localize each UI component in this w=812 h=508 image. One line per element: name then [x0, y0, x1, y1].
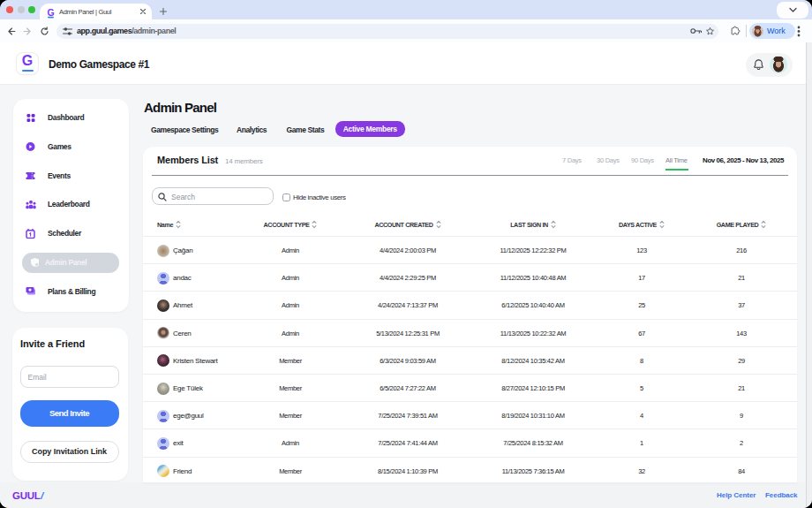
- svg-text:G: G: [47, 7, 54, 18]
